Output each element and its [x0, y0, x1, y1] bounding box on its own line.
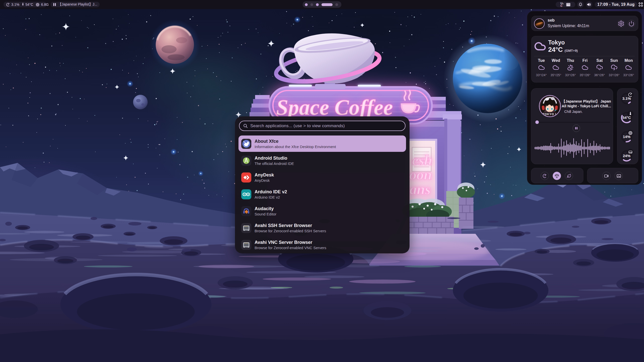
svg-text:Space Coffee: Space Coffee [276, 95, 393, 119]
svg-text:14%: 14% [623, 134, 630, 139]
svg-text:3.1%: 3.1% [622, 96, 631, 101]
svg-text:24%: 24% [623, 154, 630, 158]
svg-text:54°C: 54°C [622, 115, 631, 120]
